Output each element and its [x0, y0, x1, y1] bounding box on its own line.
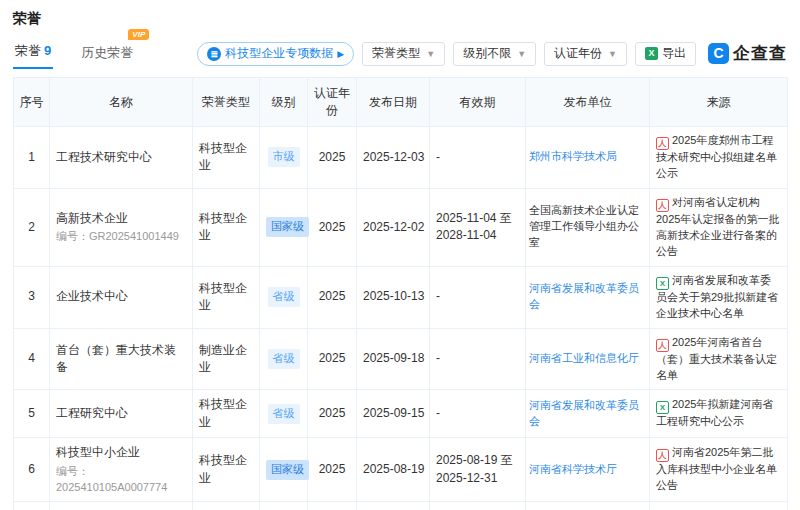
source-document-link[interactable]: 2025年河南省首台（套）重大技术装备认定名单: [656, 336, 777, 381]
level-badge: 国家级: [266, 460, 309, 480]
cell-honor-type: 科技型企业: [193, 438, 260, 502]
cell-cert-year: 2025: [308, 328, 357, 390]
cell-issuing-unit: 河南省科学技术厅: [526, 438, 650, 502]
cell-level: 市级: [260, 127, 308, 189]
cell-pub-date: 2025-10-13: [357, 266, 430, 328]
date-token: 2025-08-19: [436, 453, 497, 467]
filter-honor-type-label: 荣誉类型: [372, 45, 420, 62]
cell-issuing-unit: 河南省发展和改革委员会: [526, 266, 650, 328]
cell-cert-year: 2025: [308, 188, 357, 266]
column-header-6: 有效期: [430, 78, 526, 127]
honor-code: 编号：2025410105A0007774: [56, 464, 186, 496]
cell-level: 国家级: [260, 188, 308, 266]
brand-name: 企查查: [733, 42, 787, 65]
issuing-unit-link[interactable]: 河南省工业和信息化厅: [529, 352, 639, 364]
cell-pub-date: 2025-12-03: [357, 127, 430, 189]
source-document-link[interactable]: 2025年度郑州市工程技术研究中心拟组建名单公示: [656, 134, 777, 179]
excel-file-icon: X: [656, 401, 669, 414]
cell-source: X2025年拟新建河南省工程研究中心公示: [650, 390, 788, 438]
honors-table: 序号名称荣誉类型级别认证年份发布日期有效期发布单位来源 1工程技术研究中心科技型…: [13, 77, 788, 510]
chevron-down-icon: ▼: [608, 49, 617, 59]
excel-file-icon: X: [656, 277, 669, 290]
cell-cert-year: 2025: [308, 127, 357, 189]
cell-source: 人对河南省认定机构2025年认定报备的第一批高新技术企业进行备案的公告: [650, 188, 788, 266]
cell-source: 人2025年河南省首台（套）重大技术装备认定名单: [650, 328, 788, 390]
cell-validity: -: [430, 502, 526, 510]
tab-honors[interactable]: 荣誉9: [13, 38, 53, 69]
tab-history-label: 历史荣誉: [81, 45, 133, 60]
table-row: 5工程研究中心科技型企业省级20252025-09-15-河南省发展和改革委员会…: [14, 390, 788, 438]
cell-issuing-unit: 郑州市科学技术局: [526, 127, 650, 189]
cell-issuing-unit: 河南省工业和信息化厅: [526, 328, 650, 390]
cell-name: 工程技术研究中心: [50, 127, 193, 189]
filter-level[interactable]: 级别不限▼: [453, 42, 536, 66]
pdf-file-icon: 人: [656, 449, 669, 462]
source-document-link[interactable]: 河南省发展和改革委员会关于第29批拟新建省企业技术中心名单: [656, 274, 778, 319]
cell-source: 2025年度拟认定郑州市企业技术中心名单公示: [650, 502, 788, 510]
table-row: 1工程技术研究中心科技型企业市级20252025-12-03-郑州市科学技术局人…: [14, 127, 788, 189]
date-token: -: [436, 150, 440, 164]
export-button[interactable]: X 导出: [635, 42, 696, 66]
issuing-unit-link[interactable]: 郑州市科学技术局: [529, 150, 617, 162]
source-document-link[interactable]: 对河南省认定机构2025年认定报备的第一批高新技术企业进行备案的公告: [656, 196, 779, 257]
cell-issuing-unit: 河南省发展和改革委员会: [526, 390, 650, 438]
qcc-logo-icon: C: [708, 43, 729, 64]
honors-page: 荣誉 荣誉9 VIP 历史荣誉 ≣ 科技型企业专项数据 ▶ 荣誉类型▼ 级别不限…: [0, 0, 800, 510]
chevron-down-icon: ▼: [517, 49, 526, 59]
honor-name: 工程技术研究中心: [56, 149, 186, 166]
cell-validity: -: [430, 266, 526, 328]
filter-honor-type[interactable]: 荣誉类型▼: [362, 42, 445, 66]
toolbar: ≣ 科技型企业专项数据 ▶ 荣誉类型▼ 级别不限▼ 认证年份▼ X 导出 C 企…: [197, 42, 787, 66]
column-header-8: 来源: [650, 78, 788, 127]
cell-cert-year: 2025: [308, 266, 357, 328]
pdf-file-icon: 人: [656, 137, 669, 150]
cell-honor-type: 科技型企业: [193, 266, 260, 328]
cell-honor-type: 科技型企业: [193, 502, 260, 510]
honor-name: 科技型中小企业: [56, 444, 186, 461]
level-badge: 省级: [268, 287, 300, 307]
pdf-file-icon: 人: [656, 339, 669, 352]
source-document-link[interactable]: 河南省2025年第二批入库科技型中小企业名单公告: [656, 446, 777, 491]
filter-cert-year[interactable]: 认证年份▼: [544, 42, 627, 66]
date-token: 2028-11-04: [436, 228, 497, 242]
tab-honors-count: 9: [44, 43, 51, 58]
cell-name: 科技型中小企业编号：2025410105A0007774: [50, 438, 193, 502]
date-token: 2025-12-02: [363, 220, 424, 234]
filter-level-label: 级别不限: [463, 45, 511, 62]
date-token: 2025-09-15: [363, 406, 424, 420]
cell-pub-date: 2025-09-18: [357, 328, 430, 390]
cell-pub-date: 2025-08-19: [357, 438, 430, 502]
tabs: 荣誉9 VIP 历史荣誉: [13, 38, 135, 69]
cell-source: 人河南省2025年第二批入库科技型中小企业名单公告: [650, 438, 788, 502]
cell-index: 5: [14, 390, 50, 438]
table-header: 序号名称荣誉类型级别认证年份发布日期有效期发布单位来源: [14, 78, 788, 127]
page-title: 荣誉: [13, 10, 787, 28]
cell-validity: -: [430, 390, 526, 438]
date-token: 2025-12-31: [436, 471, 497, 485]
column-header-5: 发布日期: [357, 78, 430, 127]
date-token: -: [436, 351, 440, 365]
level-badge: 省级: [268, 349, 300, 369]
tab-history-honors[interactable]: VIP 历史荣誉: [79, 40, 135, 69]
special-data-button[interactable]: ≣ 科技型企业专项数据 ▶: [197, 42, 354, 66]
pdf-file-icon: 人: [656, 199, 669, 212]
issuing-unit-link[interactable]: 河南省发展和改革委员会: [529, 399, 639, 427]
date-token: 2025-11-04: [436, 211, 497, 225]
cell-issuing-unit: 郑州市工业和信息化局: [526, 502, 650, 510]
cell-issuing-unit: 全国高新技术企业认定管理工作领导小组办公室: [526, 188, 650, 266]
issuing-unit-link[interactable]: 河南省发展和改革委员会: [529, 282, 639, 310]
table-row: 4首台（套）重大技术装备制造业企业省级20252025-09-18-河南省工业和…: [14, 328, 788, 390]
honor-name: 高新技术企业: [56, 210, 186, 227]
excel-icon: X: [645, 47, 658, 60]
column-header-3: 级别: [260, 78, 308, 127]
honor-name: 工程研究中心: [56, 405, 186, 422]
issuing-unit-link[interactable]: 河南省科学技术厅: [529, 463, 617, 475]
table-row: 7企业技术中心科技型企业市级20252025-05-28-郑州市工业和信息化局2…: [14, 502, 788, 510]
level-badge: 市级: [268, 147, 300, 167]
export-label: 导出: [662, 45, 686, 62]
cell-name: 高新技术企业编号：GR202541001449: [50, 188, 193, 266]
source-document-link[interactable]: 2025年拟新建河南省工程研究中心公示: [656, 398, 773, 427]
column-header-1: 名称: [50, 78, 193, 127]
cell-cert-year: 2025: [308, 502, 357, 510]
tab-honors-label: 荣誉: [15, 43, 41, 58]
